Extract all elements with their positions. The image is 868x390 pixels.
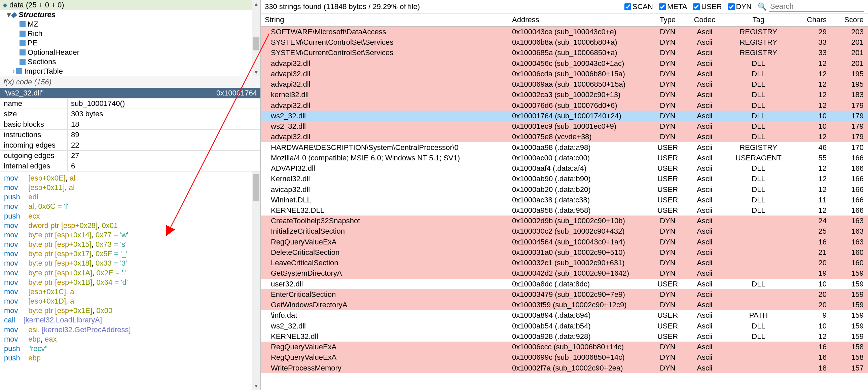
scroll-thumb[interactable] [253, 37, 259, 51]
checkbox[interactable] [728, 3, 735, 10]
table-row[interactable]: ws2_32.dll0x1000ab54 (.data:b54)USERAsci… [261, 321, 868, 331]
table-row[interactable]: advapi32.dll0x100069aa (sub_10006850+15a… [261, 79, 868, 90]
asm-scrollbar[interactable]: ▲ ▼ [252, 171, 260, 390]
scroll-up-icon[interactable]: ▲ [252, 0, 260, 8]
table-row[interactable]: Kernel32.dll0x1000ab90 (.data:b90)USERAs… [261, 173, 868, 184]
cell-type: USER [649, 195, 686, 205]
cell-chars: 16 [794, 342, 831, 352]
asm-line[interactable]: mov esi, [kernel32.GetProcAddress] [4, 325, 248, 334]
tree-node[interactable]: MZ [0, 20, 252, 29]
scroll-down-icon[interactable]: ▼ [252, 382, 260, 390]
disassembly-view[interactable]: mov [esp+0x0E], almov [esp+0x11], alpush… [0, 171, 252, 390]
asm-line[interactable]: mov ebp, eax [4, 334, 248, 344]
table-row[interactable]: WriteProcessMemory0x10002f7a (sub_10002c… [261, 363, 868, 373]
table-row[interactable]: advapi32.dll0x10006cda (sub_10006b80+15a… [261, 69, 868, 79]
table-row[interactable]: DeleteCriticalSection0x100031a0 (sub_100… [261, 247, 868, 258]
table-row[interactable]: KERNEL32.dll0x1000a928 (.data:928)USERAs… [261, 331, 868, 342]
col-tag[interactable]: Tag [723, 13, 794, 26]
cell-score: 163 [831, 226, 868, 236]
table-row[interactable]: advapi32.dll0x100075e8 (vcvde+38)DYNAsci… [261, 131, 868, 142]
tree-node[interactable]: PE [0, 38, 252, 48]
table-row[interactable]: user32.dll0x1000a8dc (.data:8dc)USERAsci… [261, 279, 868, 289]
col-type[interactable]: Type [649, 13, 686, 26]
table-row[interactable]: CreateToolhelp32Snapshot0x10002d9b (sub_… [261, 216, 868, 226]
cell-string: KERNEL32.dll [261, 331, 508, 342]
table-row[interactable]: RegQueryValueExA0x10006ccc (sub_10006b80… [261, 342, 868, 352]
table-row[interactable]: SOFTWARE\Microsoft\DataAccess0x100043ce … [261, 27, 868, 37]
table-row[interactable]: LeaveCriticalSection0x100032c1 (sub_1000… [261, 258, 868, 268]
table-row[interactable]: advapi32.dll0x1000456c (sub_100043c0+1ac… [261, 58, 868, 69]
table-body[interactable]: SOFTWARE\Microsoft\DataAccess0x100043ce … [261, 27, 868, 390]
cell-address: 0x1000aaf4 (.data:af4) [508, 163, 649, 173]
table-row[interactable]: EnterCriticalSection0x10003479 (sub_1000… [261, 289, 868, 299]
col-chars[interactable]: Chars [794, 13, 831, 26]
checkbox[interactable] [659, 3, 666, 10]
table-row[interactable]: advapi32.dll0x100076d6 (sub_100076d0+6)D… [261, 100, 868, 110]
table-row[interactable]: GetSystemDirectoryA0x100042d2 (sub_10002… [261, 268, 868, 279]
asm-line[interactable]: push ecx [4, 212, 248, 221]
asm-line[interactable]: mov [esp+0x1C], al [4, 287, 248, 296]
asm-line[interactable]: mov byte ptr [esp+0x1B], 0x64 = 'd' [4, 278, 248, 287]
asm-line[interactable]: push ebp [4, 353, 248, 363]
asm-line[interactable]: mov al, 0x6C = 'l' [4, 202, 248, 211]
cell-chars: 16 [794, 352, 831, 362]
asm-line[interactable]: call [kernel32.LoadLibraryA] [4, 315, 248, 325]
search-box[interactable]: 🔍 [758, 1, 864, 12]
table-header[interactable]: String Address Type Codec Tag Chars Scor… [261, 13, 868, 27]
table-row[interactable]: Wininet.DLL0x1000ac38 (.data:c38)USERAsc… [261, 195, 868, 205]
tree-node[interactable]: Sections [0, 57, 252, 67]
table-row[interactable]: Mozilla/4.0 (compatible; MSIE 6.0; Windo… [261, 153, 868, 163]
col-score[interactable]: Score [831, 13, 868, 26]
table-row[interactable]: RegQueryValueExA0x1000699c (sub_10006850… [261, 352, 868, 362]
filter-dyn[interactable]: DYN [728, 2, 752, 11]
asm-line[interactable]: mov byte ptr [esp+0x15], 0x73 = 's' [4, 240, 248, 249]
tree-scrollbar[interactable]: ▲ ▼ [252, 0, 260, 76]
col-string[interactable]: String [261, 13, 508, 26]
tree-node-structures[interactable]: ▾ ◆ Structures [0, 10, 252, 20]
table-row[interactable]: ADVAPI32.dll0x1000aaf4 (.data:af4)USERAs… [261, 163, 868, 173]
table-row[interactable]: InitializeCriticalSection0x100030c2 (sub… [261, 226, 868, 236]
col-address[interactable]: Address [508, 13, 649, 26]
asm-line[interactable]: push edi [4, 192, 248, 202]
chevron-down-icon: ▾ [5, 10, 11, 19]
asm-line[interactable]: mov byte ptr [esp+0x1E], 0x00 [4, 306, 248, 315]
asm-line[interactable]: mov byte ptr [esp+0x14], 0x77 = 'w' [4, 230, 248, 240]
tree-node[interactable]: ›ImportTable [0, 67, 252, 76]
table-row[interactable]: kernel32.dll0x10002ca3 (sub_10002c90+13)… [261, 90, 868, 100]
table-row[interactable]: GetWindowsDirectoryA0x10003f59 (sub_1000… [261, 299, 868, 310]
asm-line[interactable]: mov byte ptr [esp+0x17], 0x5F = '_' [4, 249, 248, 259]
tree-node-label: Rich [28, 29, 42, 38]
asm-line[interactable]: mov [esp+0x0E], al [4, 173, 248, 183]
scroll-down-icon[interactable]: ▼ [252, 68, 260, 76]
asm-line[interactable]: mov byte ptr [esp+0x1A], 0x2E = '.' [4, 268, 248, 278]
table-row[interactable]: ws2_32.dll0x10001764 (sub_10001740+24)DY… [261, 110, 868, 121]
table-row[interactable]: HARDWARE\DESCRIPTION\System\CentralProce… [261, 142, 868, 153]
filter-meta[interactable]: META [659, 2, 687, 11]
tree-header[interactable]: ◆ data (25 + 0 + 0) [0, 0, 252, 10]
table-row[interactable]: avicap32.dll0x1000ab20 (.data:b20)USERAs… [261, 184, 868, 195]
fx-bar[interactable]: f(x) code (156) [0, 76, 260, 88]
scroll-thumb[interactable] [253, 174, 259, 201]
table-row[interactable]: RegQueryValueExA0x10004564 (sub_100043c0… [261, 237, 868, 247]
asm-line[interactable]: push "recv" [4, 344, 248, 353]
table-row[interactable]: KERNEL32.DLL0x1000a958 (.data:958)USERAs… [261, 205, 868, 216]
cell-tag: DLL [723, 331, 794, 342]
table-row[interactable]: SYSTEM\CurrentControlSet\Services0x10006… [261, 37, 868, 47]
filter-user[interactable]: USER [693, 2, 722, 11]
filter-scan[interactable]: SCAN [624, 2, 653, 11]
table-row[interactable]: SYSTEM\CurrentControlSet\Services0x10006… [261, 47, 868, 58]
search-input[interactable] [769, 1, 864, 12]
asm-line[interactable]: mov byte ptr [esp+0x18], 0x33 = '3' [4, 259, 248, 268]
asm-line[interactable]: mov dword ptr [esp+0x28], 0x01 [4, 221, 248, 230]
asm-line[interactable]: mov [esp+0x1D], al [4, 296, 248, 306]
asm-line[interactable]: mov [esp+0x11], al [4, 183, 248, 192]
table-row[interactable]: \info.dat0x1000a894 (.data:894)USERAscii… [261, 310, 868, 320]
table-row[interactable]: ws2_32.dll0x10001ec9 (sub_10001ec0+9)DYN… [261, 121, 868, 131]
col-codec[interactable]: Codec [686, 13, 723, 26]
checkbox[interactable] [624, 3, 631, 10]
checkbox[interactable] [693, 3, 700, 10]
tree-node[interactable]: Rich [0, 29, 252, 38]
tree-node[interactable]: OptionalHeader [0, 48, 252, 57]
structures-tree[interactable]: ◆ data (25 + 0 + 0) ▾ ◆ Structures MZRic… [0, 0, 252, 76]
cell-string: kernel32.dll [261, 90, 508, 100]
